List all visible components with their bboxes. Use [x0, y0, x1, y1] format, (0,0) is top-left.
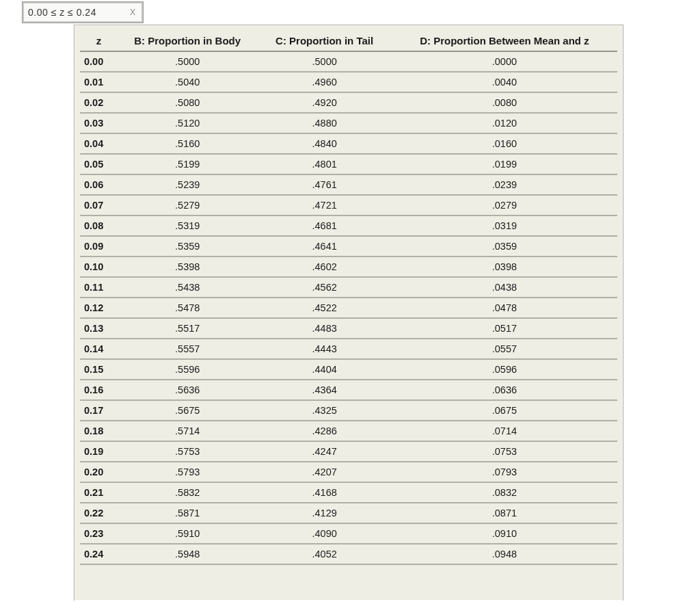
cell-b: .5636	[118, 380, 257, 400]
page-root: 0.00 ≤ z ≤ 0.24 X z B: Proportion in Bod…	[0, 0, 700, 604]
table-row: 0.16.5636.4364.0636	[80, 380, 617, 400]
cell-c: .4840	[257, 133, 392, 154]
cell-c: .4052	[257, 544, 392, 564]
cell-c: .4681	[257, 215, 392, 236]
cell-c: .4641	[257, 236, 392, 257]
cell-d: .0636	[392, 380, 617, 400]
table-row: 0.12.5478.4522.0478	[80, 298, 617, 318]
cell-z: 0.04	[80, 133, 118, 154]
cell-d: .0832	[392, 482, 617, 503]
table-row: 0.21.5832.4168.0832	[80, 482, 617, 503]
cell-c: .4286	[257, 421, 392, 441]
cell-c: .4364	[257, 380, 392, 400]
cell-z: 0.01	[80, 72, 118, 92]
cell-z: 0.10	[80, 257, 118, 277]
cell-d: .0000	[392, 51, 617, 72]
cell-c: .4761	[257, 174, 392, 195]
table-row: 0.03.5120.4880.0120	[80, 113, 617, 133]
z-table-body: 0.00.5000.5000.00000.01.5040.4960.00400.…	[80, 51, 617, 564]
cell-d: .0279	[392, 195, 617, 215]
cell-d: .0596	[392, 359, 617, 380]
cell-d: .0040	[392, 72, 617, 92]
cell-c: .4920	[257, 92, 392, 113]
cell-b: .5279	[118, 195, 257, 215]
cell-z: 0.09	[80, 236, 118, 257]
cell-b: .5596	[118, 359, 257, 380]
cell-d: .0714	[392, 421, 617, 441]
cell-c: .4721	[257, 195, 392, 215]
header-d: D: Proportion Between Mean and z	[392, 31, 617, 51]
cell-c: .4562	[257, 277, 392, 298]
cell-b: .5832	[118, 482, 257, 503]
cell-z: 0.15	[80, 359, 118, 380]
cell-d: .0871	[392, 503, 617, 523]
cell-d: .0557	[392, 339, 617, 359]
cell-c: .4801	[257, 154, 392, 174]
cell-z: 0.16	[80, 380, 118, 400]
cell-z: 0.11	[80, 277, 118, 298]
cell-d: .0478	[392, 298, 617, 318]
cell-c: .4168	[257, 482, 392, 503]
cell-z: 0.18	[80, 421, 118, 441]
cell-c: .4443	[257, 339, 392, 359]
cell-d: .0948	[392, 544, 617, 564]
cell-c: .4090	[257, 523, 392, 544]
cell-b: .5319	[118, 215, 257, 236]
cell-d: .0675	[392, 400, 617, 421]
cell-d: .0438	[392, 277, 617, 298]
table-row: 0.22.5871.4129.0871	[80, 503, 617, 523]
cell-d: .0359	[392, 236, 617, 257]
cell-b: .5199	[118, 154, 257, 174]
cell-d: .0753	[392, 441, 617, 462]
cell-b: .5438	[118, 277, 257, 298]
cell-z: 0.23	[80, 523, 118, 544]
cell-c: .4207	[257, 462, 392, 482]
tab-z-range[interactable]: 0.00 ≤ z ≤ 0.24 X	[22, 1, 144, 23]
tab-label: 0.00 ≤ z ≤ 0.24	[28, 7, 96, 18]
cell-b: .5714	[118, 421, 257, 441]
cell-c: .4880	[257, 113, 392, 133]
close-icon[interactable]: X	[128, 8, 137, 17]
cell-c: .4522	[257, 298, 392, 318]
table-row: 0.07.5279.4721.0279	[80, 195, 617, 215]
cell-b: .5675	[118, 400, 257, 421]
cell-b: .5517	[118, 318, 257, 339]
cell-c: .4325	[257, 400, 392, 421]
table-row: 0.05.5199.4801.0199	[80, 154, 617, 174]
cell-b: .5359	[118, 236, 257, 257]
cell-z: 0.21	[80, 482, 118, 503]
table-row: 0.24.5948.4052.0948	[80, 544, 617, 564]
cell-c: .4404	[257, 359, 392, 380]
cell-d: .0199	[392, 154, 617, 174]
table-row: 0.18.5714.4286.0714	[80, 421, 617, 441]
cell-z: 0.08	[80, 215, 118, 236]
cell-z: 0.14	[80, 339, 118, 359]
table-row: 0.01.5040.4960.0040	[80, 72, 617, 92]
cell-d: .0160	[392, 133, 617, 154]
cell-z: 0.20	[80, 462, 118, 482]
header-b: B: Proportion in Body	[118, 31, 257, 51]
cell-b: .5160	[118, 133, 257, 154]
z-table: z B: Proportion in Body C: Proportion in…	[80, 31, 617, 565]
cell-c: .4129	[257, 503, 392, 523]
cell-b: .5000	[118, 51, 257, 72]
cell-z: 0.05	[80, 154, 118, 174]
table-row: 0.08.5319.4681.0319	[80, 215, 617, 236]
header-c: C: Proportion in Tail	[257, 31, 392, 51]
cell-c: .4247	[257, 441, 392, 462]
cell-b: .5120	[118, 113, 257, 133]
table-row: 0.11.5438.4562.0438	[80, 277, 617, 298]
z-table-header-row: z B: Proportion in Body C: Proportion in…	[80, 31, 617, 51]
table-row: 0.20.5793.4207.0793	[80, 462, 617, 482]
cell-b: .5948	[118, 544, 257, 564]
cell-b: .5478	[118, 298, 257, 318]
table-row: 0.02.5080.4920.0080	[80, 92, 617, 113]
cell-d: .0080	[392, 92, 617, 113]
cell-c: .4483	[257, 318, 392, 339]
cell-z: 0.13	[80, 318, 118, 339]
table-row: 0.13.5517.4483.0517	[80, 318, 617, 339]
cell-d: .0319	[392, 215, 617, 236]
cell-b: .5239	[118, 174, 257, 195]
table-row: 0.17.5675.4325.0675	[80, 400, 617, 421]
cell-b: .5910	[118, 523, 257, 544]
